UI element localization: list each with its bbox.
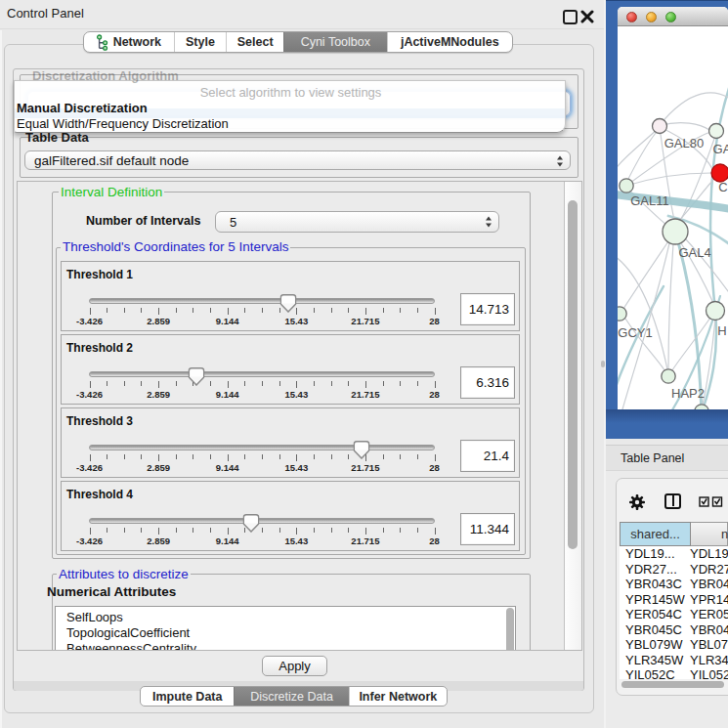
svg-text:GAL11: GAL11 <box>630 193 669 208</box>
svg-text:H: H <box>717 323 726 338</box>
svg-text:GAL4: GAL4 <box>678 245 710 260</box>
svg-text:GAL80: GAL80 <box>664 136 704 150</box>
svg-text:GCY1: GCY1 <box>618 325 652 340</box>
svg-text:C: C <box>718 180 727 194</box>
svg-text:GA: GA <box>713 142 728 156</box>
svg-text:HAP2: HAP2 <box>671 386 705 401</box>
